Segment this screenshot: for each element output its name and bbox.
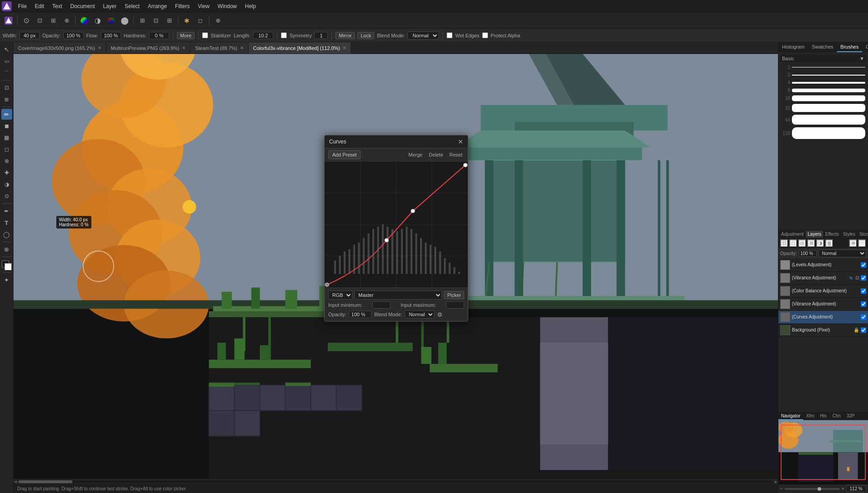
nav-tab-xfm[interactable]: Xfm bbox=[804, 412, 817, 420]
adj-tab-effects[interactable]: Effects bbox=[823, 231, 841, 238]
curves-close-button[interactable]: ✕ bbox=[458, 138, 463, 145]
layer-vis-curves[interactable] bbox=[861, 314, 866, 320]
zoom-thumb[interactable] bbox=[818, 487, 821, 491]
more-button[interactable]: More bbox=[177, 32, 194, 39]
menu-document[interactable]: Document bbox=[67, 2, 99, 10]
zoom-plus-icon[interactable]: + bbox=[841, 486, 844, 491]
tool-move[interactable]: ↖ bbox=[1, 44, 12, 55]
curves-blend-select[interactable]: Normal bbox=[405, 310, 434, 318]
brush-preview-32[interactable] bbox=[792, 104, 865, 112]
layer-vis-colorbalance[interactable] bbox=[861, 288, 866, 294]
stabilizer-checkbox[interactable] bbox=[202, 32, 208, 38]
menu-layer[interactable]: Layer bbox=[99, 2, 120, 10]
tool-retouch[interactable]: ✚ bbox=[1, 167, 12, 178]
tool-lasso[interactable]: ⌒ bbox=[1, 67, 12, 78]
layers-add-pixel-btn[interactable]: □ bbox=[789, 239, 797, 247]
layer-item-vibrance1[interactable]: (Vibrance Adjustment) fx ⊡ bbox=[778, 272, 868, 285]
navigator-content[interactable] bbox=[778, 420, 868, 484]
lock-button[interactable]: Lock bbox=[357, 32, 374, 39]
tool-crop[interactable]: ⊡ bbox=[1, 82, 12, 93]
adj-tab-styles[interactable]: Styles bbox=[841, 231, 857, 238]
brush-preview-1[interactable] bbox=[792, 67, 865, 67]
tool-shape[interactable]: ◯ bbox=[1, 229, 12, 240]
layer-item-colorbalance[interactable]: (Color Balance Adjustment) bbox=[778, 285, 868, 298]
tab-steamtest[interactable]: SteamTest (89.7%) ✕ bbox=[190, 42, 249, 54]
curves-gear-button[interactable]: ⚙ bbox=[437, 311, 443, 318]
tab-colorful[interactable]: Colorful3x-vibrance [Modified] (112.0%) … bbox=[249, 42, 351, 54]
tab-coverimage[interactable]: CoverImage630x500.png (165.2%) ✕ bbox=[14, 42, 106, 54]
toolbar-publish-btn[interactable]: ⊞ bbox=[47, 15, 59, 27]
tool-pen[interactable]: ✒ bbox=[1, 206, 12, 216]
layer-vis-background[interactable] bbox=[861, 327, 866, 333]
toolbar-brush-sel[interactable]: ⊞ bbox=[163, 15, 175, 27]
nav-tab-his[interactable]: His bbox=[818, 412, 829, 420]
toolbar-snap-btn[interactable]: ⊡ bbox=[150, 15, 162, 27]
tab-brushes[interactable]: Brushes bbox=[837, 42, 862, 52]
zoom-minus-icon[interactable]: − bbox=[780, 486, 783, 491]
tab-close-4[interactable]: ✕ bbox=[343, 45, 346, 50]
toolbar-color-wheel[interactable] bbox=[78, 15, 90, 27]
adj-tab-layers[interactable]: Layers bbox=[806, 231, 823, 238]
nav-tab-navigator[interactable]: Navigator bbox=[778, 412, 803, 420]
layer-item-levels[interactable]: (Levels Adjustment) bbox=[778, 259, 868, 272]
tool-text[interactable]: T bbox=[1, 217, 12, 228]
tab-swatches[interactable]: Swatches bbox=[808, 42, 837, 52]
tool-fill[interactable]: ◼ bbox=[1, 121, 12, 131]
length-input[interactable] bbox=[253, 32, 273, 39]
layers-merge-btn[interactable]: ⊕ bbox=[849, 239, 857, 247]
curves-picker-button[interactable]: Picker bbox=[444, 291, 464, 299]
curves-input-min-field[interactable]: 0 bbox=[372, 301, 390, 309]
layers-opacity-input[interactable] bbox=[799, 250, 817, 257]
curves-add-preset-button[interactable]: Add Preset bbox=[328, 150, 361, 159]
adj-tab-stock[interactable]: Stock bbox=[858, 231, 868, 238]
layer-vis-vibrance1[interactable] bbox=[861, 275, 866, 281]
layers-add-adj-btn[interactable]: ◎ bbox=[798, 239, 806, 247]
menu-filters[interactable]: Filters bbox=[172, 2, 194, 10]
tool-zoom[interactable]: ⊕ bbox=[1, 244, 12, 255]
menu-arrange[interactable]: Arrange bbox=[144, 2, 171, 10]
mirror-button[interactable]: Mirror bbox=[335, 32, 355, 39]
adj-tab-adjustment[interactable]: Adjustment bbox=[779, 231, 805, 238]
tool-blur[interactable]: ⊙ bbox=[1, 191, 12, 202]
layer-item-background[interactable]: Background (Pixel) 🔒 bbox=[778, 324, 868, 337]
toolbar-logo-btn[interactable] bbox=[3, 15, 14, 27]
curves-graph[interactable] bbox=[325, 161, 468, 287]
curves-reset-button[interactable]: Reset bbox=[448, 151, 464, 158]
toolbar-rgb-btn[interactable] bbox=[105, 15, 117, 27]
scroll-thumb[interactable] bbox=[18, 480, 72, 483]
tab-close-3[interactable]: ✕ bbox=[240, 45, 244, 50]
curves-channel-select[interactable]: RGB R G B A bbox=[328, 291, 353, 300]
menu-text[interactable]: Text bbox=[49, 2, 66, 10]
layers-blend-mode-select[interactable]: Normal bbox=[818, 250, 866, 257]
tab-close-1[interactable]: ✕ bbox=[98, 45, 101, 50]
toolbar-contrast-btn[interactable]: ◑ bbox=[92, 15, 104, 27]
toolbar-circle-btn[interactable]: ⬤ bbox=[119, 15, 131, 27]
tool-eraser[interactable]: ◻ bbox=[1, 144, 12, 155]
curves-input-max-field[interactable]: 1 bbox=[446, 301, 464, 309]
brush-preview-128[interactable] bbox=[792, 127, 865, 139]
menu-window[interactable]: Window bbox=[214, 2, 240, 10]
tool-select[interactable]: ▭ bbox=[1, 56, 12, 67]
layer-item-vibrance2[interactable]: (Vibrance Adjustment) bbox=[778, 298, 868, 311]
layers-mask-btn[interactable]: ◑ bbox=[816, 239, 824, 247]
width-input[interactable] bbox=[19, 32, 40, 39]
protect-alpha-checkbox[interactable] bbox=[482, 32, 488, 38]
layer-vis-vibrance2[interactable] bbox=[861, 301, 866, 307]
tab-multirun[interactable]: MultirunPreview.PNG (269.9%) ✕ bbox=[106, 42, 190, 54]
toolbar-paint-btn[interactable]: ✱ bbox=[181, 15, 193, 27]
brush-preview-4[interactable] bbox=[792, 82, 865, 84]
tool-clone[interactable]: ⊕ bbox=[1, 156, 12, 166]
blend-mode-select[interactable]: Normal bbox=[407, 31, 439, 40]
nav-tab-32p[interactable]: 32P bbox=[844, 412, 857, 420]
toolbar-erase-btn[interactable]: ◻ bbox=[194, 15, 206, 27]
tool-paintbrush[interactable]: ✏ bbox=[1, 109, 12, 120]
symmetry-checkbox[interactable] bbox=[281, 32, 287, 38]
tab-histogram[interactable]: Histogram bbox=[778, 42, 808, 52]
tab-color[interactable]: Color bbox=[862, 42, 868, 52]
brush-preview-2[interactable] bbox=[792, 75, 865, 76]
menu-view[interactable]: View bbox=[194, 2, 213, 10]
brush-preview-64[interactable] bbox=[792, 115, 865, 125]
tab-close-2[interactable]: ✕ bbox=[182, 45, 185, 50]
brush-category[interactable]: Basic ▼ bbox=[780, 55, 866, 62]
nav-tab-chn[interactable]: Chn bbox=[830, 412, 843, 420]
